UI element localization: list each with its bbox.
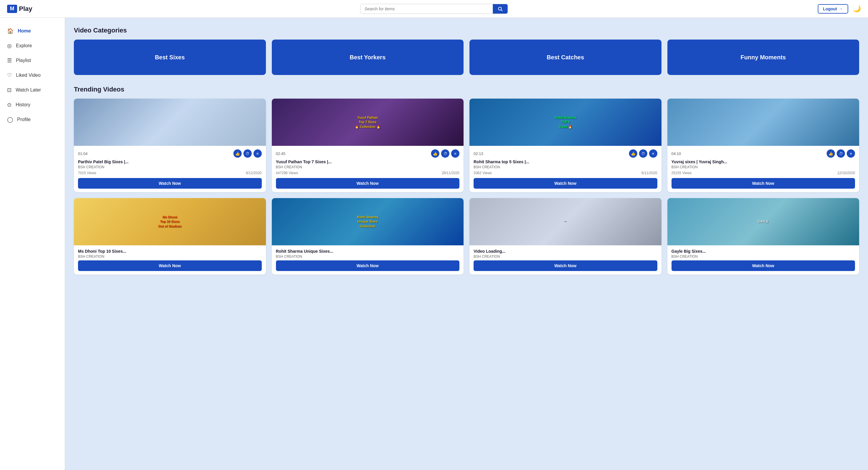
overlay-text: Rohit SharmaTOP 5Sixes 🔥: [554, 114, 577, 130]
video-actions: 👍 ⏱ ≡: [629, 149, 657, 158]
video-title: Video Loading...: [473, 249, 657, 254]
video-views: 7015 Views: [78, 171, 96, 175]
video-title: Rohit Sharma Unique Sixes...: [276, 249, 460, 254]
sidebar-label-watch-later: Watch Later: [16, 88, 41, 93]
video-card: Yusuf PathanTop 7 Sixes🔥 Collection 🔥 02…: [272, 99, 464, 192]
playlist-add-button[interactable]: ≡: [847, 149, 855, 158]
search-button[interactable]: [493, 4, 507, 13]
video-meta: 01:04 👍 ⏱ ≡ Parthiv Patel Big Sixes |...…: [74, 146, 266, 192]
logout-icon: →: [839, 6, 843, 11]
video-time-row: 01:04 👍 ⏱ ≡: [78, 149, 262, 158]
category-label-funny-moments: Funny Moments: [736, 54, 790, 61]
watch-now-button[interactable]: Watch Now: [473, 260, 657, 271]
watch-now-button[interactable]: Watch Now: [672, 260, 855, 271]
overlay-text: GAYLE: [756, 218, 770, 225]
video-channel: BSH CREATION: [672, 255, 855, 259]
sidebar-label-profile: Profile: [17, 117, 30, 122]
overlay-text: Yusuf PathanTop 7 Sixes🔥 Collection 🔥: [354, 114, 382, 130]
watch-now-button[interactable]: Watch Now: [473, 178, 657, 189]
search-box: [360, 4, 508, 14]
heart-icon: ♡: [7, 72, 12, 78]
video-meta: Video Loading... BSH CREATION Watch Now: [469, 245, 661, 275]
sidebar-item-watch-later[interactable]: ⊡ Watch Later: [0, 83, 65, 97]
explore-icon: ◎: [7, 42, 12, 49]
video-date: 9/12/2020: [246, 171, 261, 175]
header: M Play Logout → 🌙: [0, 0, 868, 18]
category-best-catches[interactable]: Best Catches: [469, 40, 661, 75]
sidebar-item-history[interactable]: ⊙ History: [0, 97, 65, 112]
video-stats: 3362 Views 6/11/2020: [473, 171, 657, 175]
dark-mode-button[interactable]: 🌙: [853, 5, 861, 13]
video-thumbnail: Rohit SharmaUnique SixesCollection: [272, 198, 464, 245]
thumb-overlay: ···: [469, 198, 661, 245]
video-title: Yuvraj sixes | Yuvraj Singh...: [672, 160, 855, 164]
watch-now-button[interactable]: Watch Now: [276, 178, 460, 189]
sidebar-item-home[interactable]: 🏠 Home: [0, 24, 65, 38]
category-label-best-catches: Best Catches: [542, 54, 589, 61]
playlist-add-button[interactable]: ≡: [649, 149, 657, 158]
video-duration: 01:04: [78, 152, 88, 156]
sidebar-label-home: Home: [18, 28, 31, 34]
watch-later-button[interactable]: ⏱: [243, 149, 252, 158]
playlist-add-button[interactable]: ≡: [451, 149, 459, 158]
sidebar-item-explore[interactable]: ◎ Explore: [0, 38, 65, 53]
like-button[interactable]: 👍: [431, 149, 439, 158]
video-stats: 25155 Views 12/10/2020: [672, 171, 855, 175]
like-button[interactable]: 👍: [234, 149, 242, 158]
category-best-yorkers[interactable]: Best Yorkers: [272, 40, 464, 75]
overlay-text: Rohit SharmaUnique SixesCollection: [356, 214, 379, 230]
sidebar: 🏠 Home ◎ Explore ☰ Playlist ♡ Liked Vide…: [0, 18, 65, 470]
like-button[interactable]: 👍: [827, 149, 835, 158]
category-best-sixes[interactable]: Best Sixes: [74, 40, 266, 75]
video-meta: Rohit Sharma Unique Sixes... BSH CREATIO…: [272, 245, 464, 275]
watch-now-button[interactable]: Watch Now: [78, 260, 262, 271]
watch-now-button[interactable]: Watch Now: [276, 260, 460, 271]
video-card: ··· Video Loading... BSH CREATION Watch …: [469, 198, 661, 275]
svg-point-0: [498, 7, 502, 10]
video-time-row: 02:45 👍 ⏱ ≡: [276, 149, 460, 158]
video-card: Ms DhoniTop 10 SixesOut of Stadium Ms Dh…: [74, 198, 266, 275]
video-thumbnail: Yusuf PathanTop 7 Sixes🔥 Collection 🔥: [272, 99, 464, 146]
watch-now-button[interactable]: Watch Now: [672, 178, 855, 189]
sidebar-item-playlist[interactable]: ☰ Playlist: [0, 53, 65, 68]
video-duration: 02:13: [473, 152, 483, 156]
video-date: 12/10/2020: [837, 171, 855, 175]
watch-now-button[interactable]: Watch Now: [78, 178, 262, 189]
playlist-add-button[interactable]: ≡: [253, 149, 262, 158]
sidebar-item-liked-video[interactable]: ♡ Liked Video: [0, 68, 65, 83]
video-thumbnail: [74, 99, 266, 146]
video-meta: 04:10 👍 ⏱ ≡ Yuvraj sixes | Yuvraj Singh.…: [668, 146, 860, 192]
video-meta: Ms Dhoni Top 10 Sixes... BSH CREATION Wa…: [74, 245, 266, 275]
thumb-overlay: Rohit SharmaTOP 5Sixes 🔥: [469, 99, 661, 146]
video-duration: 04:10: [672, 152, 681, 156]
history-icon: ⊙: [7, 102, 11, 108]
video-views: 25155 Views: [672, 171, 692, 175]
logo-icon: M: [7, 5, 17, 13]
category-label-best-sixes: Best Sixes: [150, 54, 189, 61]
video-title: Yusuf Pathan Top 7 Sixes |...: [276, 160, 460, 164]
like-button[interactable]: 👍: [629, 149, 637, 158]
video-channel: BSH CREATION: [672, 165, 855, 169]
trending-title: Trending Videos: [74, 86, 859, 93]
thumb-overlay: Ms DhoniTop 10 SixesOut of Stadium: [74, 198, 266, 245]
overlay-text: Ms DhoniTop 10 SixesOut of Stadium: [157, 214, 183, 230]
video-meta: Gayle Big Sixes... BSH CREATION Watch No…: [668, 245, 860, 275]
video-title: Parthiv Patel Big Sixes |...: [78, 160, 262, 164]
logout-button[interactable]: Logout →: [818, 4, 848, 13]
video-duration: 02:45: [276, 152, 286, 156]
main-content: Video Categories Best Sixes Best Yorkers…: [65, 18, 868, 470]
playlist-icon: ☰: [7, 57, 12, 64]
watch-later-button[interactable]: ⏱: [441, 149, 450, 158]
category-label-best-yorkers: Best Yorkers: [345, 54, 390, 61]
sidebar-item-profile[interactable]: ◯ Profile: [0, 112, 65, 127]
watch-later-button[interactable]: ⏱: [837, 149, 845, 158]
svg-line-1: [501, 10, 502, 11]
video-actions: 👍 ⏱ ≡: [234, 149, 262, 158]
video-actions: 👍 ⏱ ≡: [827, 149, 855, 158]
logo[interactable]: M Play: [7, 5, 54, 13]
video-views: 3362 Views: [473, 171, 492, 175]
watch-later-button[interactable]: ⏱: [639, 149, 647, 158]
search-input[interactable]: [361, 4, 493, 13]
video-card: Rohit SharmaTOP 5Sixes 🔥 02:13 👍 ⏱ ≡ Roh…: [469, 99, 661, 192]
category-funny-moments[interactable]: Funny Moments: [668, 40, 860, 75]
